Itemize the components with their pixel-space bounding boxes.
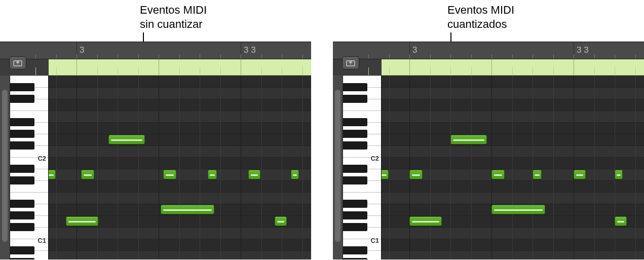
midi-note[interactable]: [66, 216, 98, 226]
midi-note[interactable]: [615, 216, 627, 226]
key-label-c2: C2: [343, 153, 381, 164]
midi-note[interactable]: [275, 216, 287, 226]
vertical-scrollbar[interactable]: [0, 76, 10, 259]
note-grid[interactable]: [49, 76, 311, 259]
region-header[interactable]: [49, 59, 311, 76]
catch-playhead-button[interactable]: [9, 56, 26, 69]
midi-note[interactable]: [382, 170, 389, 179]
midi-note[interactable]: [491, 170, 505, 179]
midi-note[interactable]: [108, 135, 145, 144]
ruler-bar-label: 3 3: [244, 45, 256, 55]
midi-note[interactable]: [574, 170, 586, 179]
midi-note[interactable]: [248, 170, 260, 179]
midi-note[interactable]: [533, 170, 542, 179]
ruler-bar-label: 3: [80, 45, 84, 55]
note-grid[interactable]: [382, 76, 644, 259]
key-label-c1: C1: [343, 235, 381, 246]
ruler-ticks: 33 3: [49, 42, 311, 59]
midi-note[interactable]: [161, 205, 214, 214]
key-label-c1: C1: [10, 235, 48, 246]
midi-note[interactable]: [615, 170, 623, 179]
piano-keyboard[interactable]: C2C1: [10, 76, 49, 259]
midi-note[interactable]: [81, 170, 94, 179]
time-ruler[interactable]: 33 3: [0, 42, 311, 59]
midi-note[interactable]: [450, 135, 487, 144]
ruler-bar-label: 3: [412, 45, 417, 55]
piano-roll-left: 33 3 C2C1: [0, 42, 311, 259]
midi-note[interactable]: [208, 170, 217, 179]
ruler-ticks: 33 3: [382, 42, 644, 59]
midi-note[interactable]: [491, 205, 545, 214]
midi-note[interactable]: [409, 170, 423, 179]
piano-keyboard[interactable]: C2C1: [343, 76, 382, 259]
ruler-bar-label: 3 3: [577, 45, 589, 55]
catch-playhead-icon: [346, 59, 355, 66]
catch-playhead-button[interactable]: [342, 56, 359, 69]
callout-right-label: Eventos MIDI cuantizados: [447, 3, 514, 31]
key-label-c2: C2: [10, 153, 48, 164]
midi-note[interactable]: [49, 170, 56, 179]
catch-playhead-icon: [13, 59, 22, 66]
region-header[interactable]: [382, 59, 644, 76]
callout-left-label: Eventos MIDI sin cuantizar: [140, 3, 207, 31]
midi-note[interactable]: [291, 170, 299, 179]
piano-roll-right: 33 3 C2C1: [333, 42, 644, 259]
scrollbar-thumb[interactable]: [335, 90, 340, 242]
midi-note[interactable]: [163, 170, 176, 179]
time-ruler[interactable]: 33 3: [333, 42, 644, 59]
scrollbar-thumb[interactable]: [2, 90, 8, 242]
vertical-scrollbar[interactable]: [333, 76, 343, 259]
midi-note[interactable]: [409, 216, 442, 226]
